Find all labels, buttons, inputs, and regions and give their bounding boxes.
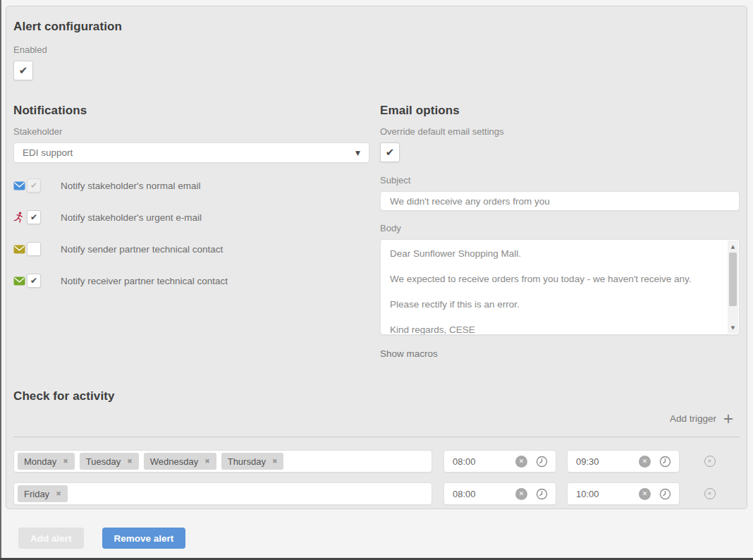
enabled-label: Enabled <box>13 44 740 55</box>
plus-icon: + <box>723 412 734 425</box>
scroll-down-icon[interactable]: ▼ <box>728 322 738 333</box>
time-to-input[interactable] <box>568 489 628 499</box>
chip-remove-icon[interactable]: ✖ <box>56 490 61 497</box>
override-email-checkbox[interactable]: ✔ <box>380 142 400 162</box>
days-multiselect-input[interactable]: Friday ✖ <box>13 482 432 505</box>
chip-remove-icon[interactable]: ✖ <box>272 458 278 465</box>
day-chip: Wednesday ✖ <box>144 453 216 470</box>
body-textarea-wrap: Dear Sunflower Shopping Mall. We expecte… <box>380 239 740 335</box>
add-trigger-label: Add trigger <box>670 413 716 424</box>
chevron-down-icon: ▼ <box>355 150 360 157</box>
scrollbar-thumb[interactable] <box>729 252 737 306</box>
body-scrollbar[interactable]: ▲ ▼ <box>728 241 738 334</box>
day-chip-label: Monday <box>24 456 56 467</box>
show-macros-link[interactable]: Show macros <box>380 348 438 359</box>
body-label: Body <box>380 223 740 233</box>
notify-sender-contact-checkbox[interactable] <box>27 242 41 256</box>
trigger-row: Monday ✖ Tuesday ✖ Wednesday ✖ Thursday … <box>13 450 740 473</box>
blue-envelope-icon <box>13 181 26 190</box>
notify-urgent-email-checkbox[interactable]: ✔ <box>27 210 41 224</box>
time-from-field: ✕ <box>443 482 556 505</box>
remove-trigger-wrap: ✕ <box>680 456 740 467</box>
checkmark-icon: ✔ <box>30 213 37 221</box>
day-chip-label: Wednesday <box>150 456 198 467</box>
page-title: Alert configuration <box>13 20 740 34</box>
subject-input[interactable] <box>380 191 740 211</box>
notify-receiver-contact-checkbox[interactable]: ✔ <box>27 274 41 288</box>
days-multiselect-input[interactable]: Monday ✖ Tuesday ✖ Wednesday ✖ Thursday … <box>13 450 432 473</box>
enabled-checkbox[interactable]: ✔ <box>13 61 33 80</box>
notifications-section: Notifications Stakeholder EDI support ▼ … <box>13 104 369 360</box>
remove-trigger-icon[interactable]: ✕ <box>704 488 716 499</box>
clear-time-icon[interactable]: ✕ <box>639 488 651 500</box>
chip-remove-icon[interactable]: ✖ <box>204 458 210 465</box>
time-to-field: ✕ <box>567 482 680 505</box>
notify-sender-contact-row: Notify sender partner technical contact <box>13 242 369 256</box>
notify-sender-contact-label: Notify sender partner technical contact <box>49 244 223 255</box>
clock-icon[interactable] <box>536 488 548 500</box>
stakeholder-label: Stakeholder <box>13 126 369 137</box>
clear-time-icon[interactable]: ✕ <box>639 456 651 468</box>
day-chip-label: Friday <box>24 489 49 499</box>
notifications-title: Notifications <box>13 104 369 118</box>
clock-icon[interactable] <box>536 456 548 468</box>
footer-actions: Add alert Remove alert <box>18 528 185 549</box>
clear-time-icon[interactable]: ✕ <box>515 488 527 500</box>
stakeholder-dropdown[interactable]: EDI support ▼ <box>13 142 369 163</box>
time-from-input[interactable] <box>444 489 505 499</box>
chip-remove-icon[interactable]: ✖ <box>127 458 133 465</box>
checkmark-icon: ✔ <box>19 66 28 76</box>
yellow-envelope-icon <box>13 245 26 254</box>
notify-receiver-contact-row: ✔ Notify receiver partner technical cont… <box>13 274 369 288</box>
day-chip: Monday ✖ <box>18 453 75 470</box>
green-envelope-icon <box>13 276 26 286</box>
subject-label: Subject <box>380 175 740 185</box>
time-from-input[interactable] <box>444 456 505 467</box>
notify-urgent-email-label: Notify stakeholder's urgent e-mail <box>49 212 202 223</box>
body-textarea[interactable]: Dear Sunflower Shopping Mall. We expecte… <box>381 240 739 334</box>
trigger-row: Friday ✖ ✕ ✕ ✕ <box>13 482 740 505</box>
remove-trigger-wrap: ✕ <box>680 488 740 499</box>
clock-icon[interactable] <box>659 456 671 468</box>
time-to-input[interactable] <box>568 456 628 467</box>
notification-options: ✔ Notify stakeholder's normal email ✔ <box>13 178 369 288</box>
clock-icon[interactable] <box>659 488 671 500</box>
columns: Notifications Stakeholder EDI support ▼ … <box>13 104 740 360</box>
time-to-field: ✕ <box>567 450 680 473</box>
notify-normal-email-row: ✔ Notify stakeholder's normal email <box>13 178 369 193</box>
divider <box>13 437 740 437</box>
alert-configuration-panel: Alert configuration Enabled ✔ Notificati… <box>6 6 747 509</box>
checkmark-icon: ✔ <box>386 147 395 158</box>
day-chip-label: Thursday <box>228 456 266 467</box>
remove-trigger-icon[interactable]: ✕ <box>704 456 716 467</box>
check-for-activity-title: Check for activity <box>13 389 740 403</box>
day-chip: Thursday ✖ <box>221 453 284 470</box>
day-chip: Tuesday ✖ <box>80 453 139 470</box>
remove-alert-button[interactable]: Remove alert <box>102 528 186 549</box>
checkmark-icon: ✔ <box>30 181 37 190</box>
notify-normal-email-label: Notify stakeholder's normal email <box>49 181 200 191</box>
scroll-up-icon[interactable]: ▲ <box>728 241 738 252</box>
notify-normal-email-checkbox[interactable]: ✔ <box>27 178 41 193</box>
day-chip-label: Tuesday <box>86 456 121 467</box>
clear-time-icon[interactable]: ✕ <box>515 456 527 468</box>
chip-remove-icon[interactable]: ✖ <box>63 458 68 465</box>
email-options-section: Email options Override default email set… <box>380 104 740 360</box>
email-options-title: Email options <box>380 104 740 118</box>
override-label: Override default email settings <box>380 126 740 137</box>
urgent-runner-icon <box>13 212 26 224</box>
time-from-field: ✕ <box>443 450 556 473</box>
notify-receiver-contact-label: Notify receiver partner technical contac… <box>49 276 228 286</box>
notify-urgent-email-row: ✔ Notify stakeholder's urgent e-mail <box>13 210 369 224</box>
day-chip: Friday ✖ <box>18 485 68 502</box>
stakeholder-selected-value: EDI support <box>23 147 73 158</box>
add-alert-button[interactable]: Add alert <box>18 528 84 549</box>
window-edge-left <box>0 0 1 560</box>
checkmark-icon: ✔ <box>30 276 37 285</box>
add-trigger-button[interactable]: Add trigger + <box>13 412 740 425</box>
